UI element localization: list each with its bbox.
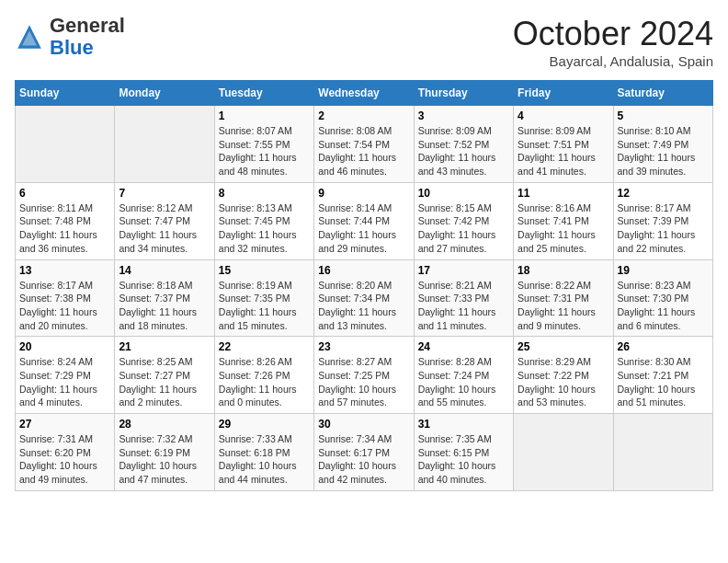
calendar-week-row: 27Sunrise: 7:31 AM Sunset: 6:20 PM Dayli… xyxy=(16,414,713,491)
day-info: Sunrise: 8:16 AM Sunset: 7:41 PM Dayligh… xyxy=(518,201,609,256)
calendar-cell: 16Sunrise: 8:20 AM Sunset: 7:34 PM Dayli… xyxy=(314,259,414,337)
day-info: Sunrise: 8:20 AM Sunset: 7:34 PM Dayligh… xyxy=(318,279,409,333)
weekday-header: Monday xyxy=(115,81,214,106)
calendar-cell: 22Sunrise: 8:26 AM Sunset: 7:26 PM Dayli… xyxy=(214,337,313,414)
calendar-cell: 24Sunrise: 8:28 AM Sunset: 7:24 PM Dayli… xyxy=(414,337,513,414)
day-info: Sunrise: 8:15 AM Sunset: 7:42 PM Dayligh… xyxy=(418,201,509,256)
month-title: October 2024 xyxy=(513,15,713,53)
logo: General Blue xyxy=(15,15,125,59)
logo-general-text: General xyxy=(50,14,125,37)
weekday-row: SundayMondayTuesdayWednesdayThursdayFrid… xyxy=(16,81,713,106)
calendar-cell xyxy=(613,414,712,491)
calendar-cell: 23Sunrise: 8:27 AM Sunset: 7:25 PM Dayli… xyxy=(314,337,414,414)
day-number: 24 xyxy=(418,340,509,353)
calendar-cell: 17Sunrise: 8:21 AM Sunset: 7:33 PM Dayli… xyxy=(414,259,513,337)
calendar-cell xyxy=(16,106,115,183)
calendar-week-row: 20Sunrise: 8:24 AM Sunset: 7:29 PM Dayli… xyxy=(16,337,713,414)
day-number: 29 xyxy=(219,418,310,431)
day-number: 14 xyxy=(119,264,210,277)
day-info: Sunrise: 8:17 AM Sunset: 7:38 PM Dayligh… xyxy=(19,279,110,333)
calendar-cell: 26Sunrise: 8:30 AM Sunset: 7:21 PM Dayli… xyxy=(613,337,712,414)
weekday-header: Saturday xyxy=(613,81,712,106)
calendar-cell: 25Sunrise: 8:29 AM Sunset: 7:22 PM Dayli… xyxy=(514,337,613,414)
day-number: 5 xyxy=(618,109,709,122)
day-info: Sunrise: 8:17 AM Sunset: 7:39 PM Dayligh… xyxy=(618,201,709,256)
day-info: Sunrise: 8:09 AM Sunset: 7:51 PM Dayligh… xyxy=(518,124,609,178)
day-number: 6 xyxy=(19,187,110,200)
day-info: Sunrise: 8:29 AM Sunset: 7:22 PM Dayligh… xyxy=(518,355,609,409)
day-info: Sunrise: 8:26 AM Sunset: 7:26 PM Dayligh… xyxy=(219,355,310,409)
day-info: Sunrise: 8:10 AM Sunset: 7:49 PM Dayligh… xyxy=(618,124,709,178)
calendar-cell: 19Sunrise: 8:23 AM Sunset: 7:30 PM Dayli… xyxy=(613,259,712,337)
calendar-week-row: 6Sunrise: 8:11 AM Sunset: 7:48 PM Daylig… xyxy=(16,182,713,259)
calendar-cell: 7Sunrise: 8:12 AM Sunset: 7:47 PM Daylig… xyxy=(115,182,214,259)
day-number: 15 xyxy=(219,264,310,277)
calendar-cell: 2Sunrise: 8:08 AM Sunset: 7:54 PM Daylig… xyxy=(314,106,414,183)
day-info: Sunrise: 7:33 AM Sunset: 6:18 PM Dayligh… xyxy=(219,432,310,487)
day-number: 3 xyxy=(418,109,509,122)
calendar-cell: 5Sunrise: 8:10 AM Sunset: 7:49 PM Daylig… xyxy=(613,106,712,183)
calendar-table: SundayMondayTuesdayWednesdayThursdayFrid… xyxy=(15,80,713,491)
calendar-cell: 15Sunrise: 8:19 AM Sunset: 7:35 PM Dayli… xyxy=(214,259,313,337)
day-info: Sunrise: 8:11 AM Sunset: 7:48 PM Dayligh… xyxy=(19,201,110,256)
title-block: October 2024 Bayarcal, Andalusia, Spain xyxy=(513,15,713,69)
calendar-cell: 6Sunrise: 8:11 AM Sunset: 7:48 PM Daylig… xyxy=(16,182,115,259)
day-info: Sunrise: 8:19 AM Sunset: 7:35 PM Dayligh… xyxy=(219,279,310,333)
day-number: 23 xyxy=(318,340,409,353)
calendar-cell: 14Sunrise: 8:18 AM Sunset: 7:37 PM Dayli… xyxy=(115,259,214,337)
day-number: 26 xyxy=(618,340,709,353)
calendar-cell: 11Sunrise: 8:16 AM Sunset: 7:41 PM Dayli… xyxy=(514,182,613,259)
day-info: Sunrise: 8:12 AM Sunset: 7:47 PM Dayligh… xyxy=(119,201,210,256)
calendar-cell: 31Sunrise: 7:35 AM Sunset: 6:15 PM Dayli… xyxy=(414,414,513,491)
day-number: 20 xyxy=(19,340,110,353)
calendar-header: SundayMondayTuesdayWednesdayThursdayFrid… xyxy=(16,81,713,106)
location: Bayarcal, Andalusia, Spain xyxy=(513,53,713,69)
day-number: 4 xyxy=(518,109,609,122)
calendar-cell: 28Sunrise: 7:32 AM Sunset: 6:19 PM Dayli… xyxy=(115,414,214,491)
day-number: 11 xyxy=(518,187,609,200)
day-info: Sunrise: 8:22 AM Sunset: 7:31 PM Dayligh… xyxy=(518,279,609,333)
day-number: 25 xyxy=(518,340,609,353)
calendar-cell: 21Sunrise: 8:25 AM Sunset: 7:27 PM Dayli… xyxy=(115,337,214,414)
day-info: Sunrise: 8:23 AM Sunset: 7:30 PM Dayligh… xyxy=(618,279,709,333)
calendar-cell xyxy=(514,414,613,491)
day-info: Sunrise: 7:32 AM Sunset: 6:19 PM Dayligh… xyxy=(119,432,210,487)
day-info: Sunrise: 7:31 AM Sunset: 6:20 PM Dayligh… xyxy=(19,432,110,487)
calendar-cell: 27Sunrise: 7:31 AM Sunset: 6:20 PM Dayli… xyxy=(16,414,115,491)
day-number: 18 xyxy=(518,264,609,277)
calendar-cell: 9Sunrise: 8:14 AM Sunset: 7:44 PM Daylig… xyxy=(314,182,414,259)
day-number: 7 xyxy=(119,187,210,200)
calendar-cell: 29Sunrise: 7:33 AM Sunset: 6:18 PM Dayli… xyxy=(214,414,313,491)
day-number: 8 xyxy=(219,187,310,200)
calendar-cell: 20Sunrise: 8:24 AM Sunset: 7:29 PM Dayli… xyxy=(16,337,115,414)
day-info: Sunrise: 8:18 AM Sunset: 7:37 PM Dayligh… xyxy=(119,279,210,333)
day-info: Sunrise: 8:09 AM Sunset: 7:52 PM Dayligh… xyxy=(418,124,509,178)
weekday-header: Sunday xyxy=(16,81,115,106)
weekday-header: Thursday xyxy=(414,81,513,106)
calendar-cell: 8Sunrise: 8:13 AM Sunset: 7:45 PM Daylig… xyxy=(214,182,313,259)
calendar-body: 1Sunrise: 8:07 AM Sunset: 7:55 PM Daylig… xyxy=(16,106,713,491)
day-number: 13 xyxy=(19,264,110,277)
day-number: 17 xyxy=(418,264,509,277)
day-number: 2 xyxy=(318,109,409,122)
day-number: 27 xyxy=(19,418,110,431)
day-number: 22 xyxy=(219,340,310,353)
calendar-cell: 30Sunrise: 7:34 AM Sunset: 6:17 PM Dayli… xyxy=(314,414,414,491)
day-info: Sunrise: 8:28 AM Sunset: 7:24 PM Dayligh… xyxy=(418,355,509,409)
day-info: Sunrise: 7:34 AM Sunset: 6:17 PM Dayligh… xyxy=(318,432,409,487)
calendar-cell: 4Sunrise: 8:09 AM Sunset: 7:51 PM Daylig… xyxy=(514,106,613,183)
day-number: 21 xyxy=(119,340,210,353)
day-info: Sunrise: 7:35 AM Sunset: 6:15 PM Dayligh… xyxy=(418,432,509,487)
calendar-cell: 1Sunrise: 8:07 AM Sunset: 7:55 PM Daylig… xyxy=(214,106,313,183)
day-info: Sunrise: 8:07 AM Sunset: 7:55 PM Dayligh… xyxy=(219,124,310,178)
day-info: Sunrise: 8:24 AM Sunset: 7:29 PM Dayligh… xyxy=(19,355,110,409)
day-number: 28 xyxy=(119,418,210,431)
calendar-cell xyxy=(115,106,214,183)
day-info: Sunrise: 8:08 AM Sunset: 7:54 PM Dayligh… xyxy=(318,124,409,178)
day-number: 12 xyxy=(618,187,709,200)
calendar-cell: 13Sunrise: 8:17 AM Sunset: 7:38 PM Dayli… xyxy=(16,259,115,337)
calendar-week-row: 13Sunrise: 8:17 AM Sunset: 7:38 PM Dayli… xyxy=(16,259,713,337)
day-info: Sunrise: 8:21 AM Sunset: 7:33 PM Dayligh… xyxy=(418,279,509,333)
day-number: 10 xyxy=(418,187,509,200)
weekday-header: Wednesday xyxy=(314,81,414,106)
